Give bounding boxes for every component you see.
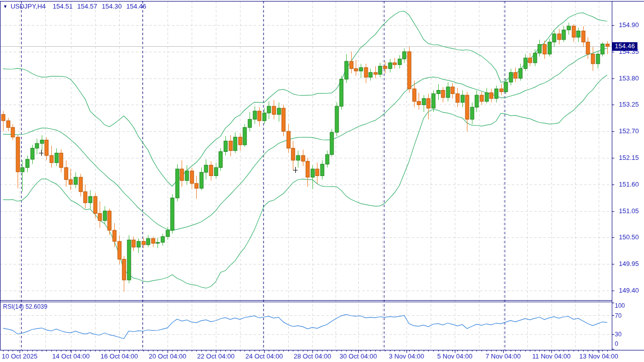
price-tick-label: 151.05: [619, 207, 639, 215]
date-tick-label: 14 Oct 04:00: [52, 352, 90, 360]
rsi-level-label: 0: [615, 340, 618, 347]
date-tick-label: 20 Oct 04:00: [149, 352, 186, 360]
date-tick-label: 10 Oct 2025: [2, 352, 38, 360]
date-tick-label: 11 Nov 04:00: [532, 352, 571, 360]
rsi-level-label: 30: [615, 331, 621, 338]
date-tick-label: 5 Nov 04:00: [437, 352, 472, 360]
trading-chart-window: ▼ USDJPY,H4 154.51 154.57 154.30 154.46 …: [0, 0, 644, 362]
rsi-level-label: 70: [615, 312, 621, 319]
price-tick-label: 153.80: [619, 74, 639, 82]
date-tick-label: 16 Oct 04:00: [101, 352, 138, 360]
date-tick-label: 28 Oct 04:00: [294, 352, 331, 360]
rsi-level-label: 100: [615, 302, 625, 309]
date-tick-label: 22 Oct 04:00: [197, 352, 234, 360]
price-tick-label: 150.50: [619, 233, 639, 241]
date-tick-label: 3 Nov 04:00: [389, 352, 424, 360]
price-tick-label: 151.60: [619, 180, 639, 188]
price-tick-label: 152.15: [619, 154, 639, 161]
price-tick-label: 153.25: [619, 101, 639, 108]
price-tick-label: 154.90: [619, 21, 639, 29]
price-tick-label: 152.70: [619, 127, 639, 135]
price-tick-label: 149.95: [619, 260, 639, 267]
date-tick-label: 30 Oct 04:00: [340, 352, 377, 360]
candlestick-chart-canvas[interactable]: [0, 0, 644, 362]
price-tick-label: 149.40: [619, 287, 639, 294]
date-tick-label: 24 Oct 04:00: [246, 352, 283, 360]
date-tick-label: 13 Nov 04:00: [579, 352, 618, 360]
date-tick-label: 7 Nov 04:00: [486, 352, 521, 360]
price-tick-label: 154.35: [619, 48, 639, 55]
